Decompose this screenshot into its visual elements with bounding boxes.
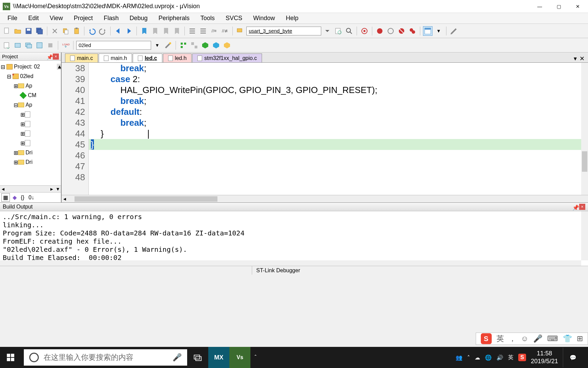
nav-back-icon[interactable] bbox=[113, 26, 123, 36]
nav-forward-icon[interactable] bbox=[124, 26, 134, 36]
taskbar-app-mx[interactable]: MX bbox=[208, 347, 229, 368]
breakpoint-killall-icon[interactable] bbox=[408, 26, 417, 36]
find-combo[interactable] bbox=[246, 27, 321, 35]
project-tab-templ-icon[interactable]: 0↓ bbox=[27, 194, 36, 201]
code-area[interactable]: 3839404142434445464748 break; case 2: HA… bbox=[62, 63, 588, 195]
ime-lang[interactable]: 英 bbox=[496, 334, 504, 344]
build-pin-icon[interactable]: 📌 bbox=[572, 204, 577, 209]
copy-icon[interactable] bbox=[61, 26, 70, 36]
project-tab-func-icon[interactable]: {} bbox=[19, 194, 26, 201]
project-tree[interactable]: ⊟Project: 02▲ ⊟✦02led ⊞Ap CM ⊟Ap ⊞ ⊞ ⊞ ⊞… bbox=[0, 61, 61, 185]
batch-build-icon[interactable] bbox=[35, 41, 44, 50]
project-tab-books-icon[interactable]: ◆ bbox=[11, 194, 18, 201]
ime-shirt-icon[interactable]: 👕 bbox=[563, 334, 572, 343]
tray-volume-icon[interactable]: 🔊 bbox=[496, 354, 503, 361]
ime-toolbar[interactable]: S 英 ， ☺ 🎤 ⌨ 👕 ⊞ bbox=[476, 333, 588, 345]
editor-hscroll[interactable]: ◂ bbox=[62, 195, 588, 202]
taskbar-app-uvision[interactable]: Vs bbox=[229, 347, 250, 368]
multiproject-icon[interactable] bbox=[190, 41, 199, 50]
debug-icon[interactable] bbox=[360, 26, 369, 36]
ime-keyboard-icon[interactable]: ⌨ bbox=[547, 334, 558, 343]
download-icon[interactable]: LOAD bbox=[61, 41, 70, 50]
close-button[interactable]: ✕ bbox=[574, 3, 581, 10]
tab-list-icon[interactable]: ▾ bbox=[574, 55, 577, 62]
breakpoint-kill-icon[interactable] bbox=[397, 26, 406, 36]
panel-close-icon[interactable]: × bbox=[53, 53, 59, 60]
ime-mic-icon[interactable]: 🎤 bbox=[533, 334, 542, 343]
editor-vscroll[interactable] bbox=[581, 63, 588, 195]
build-output[interactable]: ../Src/main.c: 1 warning, 0 errors linki… bbox=[0, 211, 588, 266]
taskbar-overflow-up-icon[interactable]: ˆ bbox=[250, 347, 261, 368]
tab-main-h[interactable]: main.h bbox=[99, 53, 132, 62]
bookmark-clear-icon[interactable] bbox=[172, 26, 182, 36]
tray-ime-lang[interactable]: 英 bbox=[508, 354, 513, 361]
indent-icon[interactable] bbox=[187, 26, 197, 36]
menu-project[interactable]: Project bbox=[69, 13, 98, 23]
build-vscroll[interactable] bbox=[581, 211, 588, 260]
save-all-icon[interactable] bbox=[35, 26, 44, 36]
stop-build-icon[interactable] bbox=[46, 41, 55, 50]
menu-flash[interactable]: Flash bbox=[99, 13, 124, 23]
start-button[interactable] bbox=[0, 347, 21, 368]
save-icon[interactable] bbox=[24, 26, 33, 36]
find-in-files-icon[interactable] bbox=[333, 26, 343, 36]
menu-window[interactable]: Window bbox=[248, 13, 280, 23]
target-drop-icon[interactable]: ▾ bbox=[152, 41, 162, 50]
ime-punct-icon[interactable]: ， bbox=[509, 334, 516, 344]
tab-close-icon[interactable]: ✕ bbox=[579, 55, 585, 62]
taskbar-search[interactable]: 在这里输入你要搜索的内容 🎤 bbox=[24, 349, 187, 366]
build-hscroll[interactable] bbox=[0, 260, 581, 266]
uncomment-icon[interactable]: //≢ bbox=[220, 26, 230, 36]
tab-led-h[interactable]: led.h bbox=[163, 53, 192, 62]
menu-tools[interactable]: Tools bbox=[196, 13, 219, 23]
tray-chevron-icon[interactable]: ˄ bbox=[467, 354, 470, 361]
bookmark-prev-icon[interactable] bbox=[150, 26, 160, 36]
minimize-button[interactable]: — bbox=[536, 3, 543, 10]
build-icon[interactable] bbox=[13, 41, 22, 50]
new-file-icon[interactable] bbox=[2, 26, 12, 36]
ime-grid-icon[interactable]: ⊞ bbox=[577, 334, 583, 343]
undo-icon[interactable] bbox=[87, 26, 97, 36]
mic-icon[interactable]: 🎤 bbox=[173, 353, 182, 362]
tray-network-icon[interactable]: 🌐 bbox=[485, 354, 492, 361]
menu-peripherals[interactable]: Peripherals bbox=[154, 13, 194, 23]
target-options-icon[interactable] bbox=[163, 41, 173, 50]
combo-drop-icon[interactable] bbox=[323, 26, 332, 36]
rebuild-icon[interactable] bbox=[24, 41, 33, 50]
target-select[interactable] bbox=[76, 41, 151, 50]
notifications-icon[interactable]: 💬 bbox=[563, 348, 583, 367]
breakpoint-insert-icon[interactable] bbox=[375, 26, 385, 36]
project-tab-project-icon[interactable]: ▦ bbox=[1, 193, 10, 202]
menu-svcs[interactable]: SVCS bbox=[221, 13, 247, 23]
comment-icon[interactable]: //≡ bbox=[209, 26, 219, 36]
incremental-find-icon[interactable] bbox=[344, 26, 354, 36]
menu-edit[interactable]: Edit bbox=[23, 13, 44, 23]
cut-icon[interactable] bbox=[50, 26, 60, 36]
tray-onedrive-icon[interactable]: ☁ bbox=[475, 354, 480, 361]
find-icon[interactable] bbox=[235, 26, 245, 36]
sogou-icon[interactable]: S bbox=[481, 333, 492, 344]
menu-file[interactable]: File bbox=[3, 13, 22, 23]
pin-icon[interactable]: 📌 bbox=[47, 54, 51, 59]
pack-installer-icon[interactable] bbox=[200, 41, 210, 50]
manage-rtenv-icon[interactable] bbox=[222, 41, 232, 50]
pack-refresh-icon[interactable] bbox=[211, 41, 221, 50]
redo-icon[interactable] bbox=[98, 26, 108, 36]
outdent-icon[interactable] bbox=[198, 26, 208, 36]
menu-help[interactable]: Help bbox=[281, 13, 303, 23]
breakpoint-disable-icon[interactable] bbox=[386, 26, 395, 36]
tab-hal-gpio-c[interactable]: stm32f1xx_hal_gpio.c bbox=[192, 53, 262, 62]
build-close-icon[interactable]: × bbox=[579, 204, 585, 210]
window-layout-icon[interactable] bbox=[423, 26, 432, 36]
ime-emoji-icon[interactable]: ☺ bbox=[521, 334, 528, 343]
task-view-icon[interactable] bbox=[187, 347, 208, 368]
bookmark-toggle-icon[interactable] bbox=[140, 26, 149, 36]
tab-led-c[interactable]: led.c bbox=[133, 53, 162, 62]
tray-sogou-icon[interactable]: S bbox=[518, 354, 526, 361]
menu-view[interactable]: View bbox=[45, 13, 68, 23]
menu-debug[interactable]: Debug bbox=[125, 13, 152, 23]
open-file-icon[interactable] bbox=[13, 26, 22, 36]
maximize-button[interactable]: ▢ bbox=[555, 3, 562, 10]
layout-drop-icon[interactable]: ▾ bbox=[434, 26, 443, 36]
configure-icon[interactable] bbox=[449, 26, 459, 36]
